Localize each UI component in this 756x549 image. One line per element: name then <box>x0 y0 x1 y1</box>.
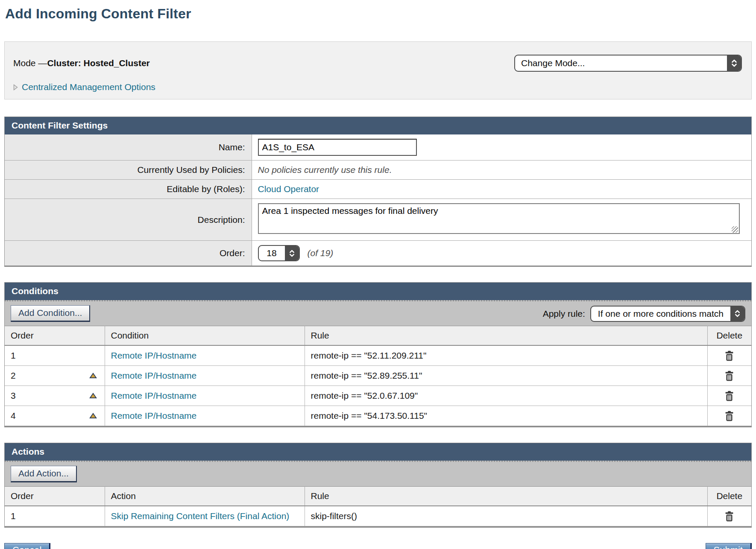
condition-cell: Remote IP/Hostname <box>105 365 305 385</box>
action-cell: Skip Remaining Content Filters (Final Ac… <box>105 506 305 526</box>
actions-toolbar: Add Action... <box>5 461 751 486</box>
cancel-button[interactable]: Cancel <box>4 543 50 549</box>
add-condition-button[interactable]: Add Condition... <box>11 305 90 322</box>
name-row: Name: <box>5 134 751 161</box>
apply-rule-select-value: If one or more conditions match <box>591 307 730 321</box>
condition-cell: Remote IP/Hostname <box>105 345 305 365</box>
mode-value: Cluster: Hosted_Cluster <box>47 58 149 68</box>
apply-rule-select[interactable]: If one or more conditions match <box>590 306 745 322</box>
policies-value-cell: No policies currently use this rule. <box>252 161 751 180</box>
trash-icon[interactable] <box>724 371 734 381</box>
condition-cell: Remote IP/Hostname <box>105 385 305 406</box>
description-textarea[interactable]: Area 1 inspected messages for final deli… <box>258 203 740 234</box>
trash-icon[interactable] <box>724 411 734 421</box>
submit-button[interactable]: Submit <box>706 543 752 549</box>
move-up-icon[interactable] <box>88 373 99 379</box>
condition-link[interactable]: Remote IP/Hostname <box>111 371 197 380</box>
management-options-row: Centralized Management Options <box>13 82 742 92</box>
conditions-col-order: Order <box>5 326 105 346</box>
condition-order: 1 <box>11 350 16 361</box>
action-order-cell: 1 <box>5 506 105 526</box>
disclosure-triangle-icon[interactable] <box>13 84 18 91</box>
condition-link[interactable]: Remote IP/Hostname <box>111 350 197 360</box>
actions-table-body: 1Skip Remaining Content Filters (Final A… <box>5 506 751 526</box>
condition-rule-cell: remote-ip == "52.11.209.211" <box>305 345 707 365</box>
select-arrows-icon <box>285 246 299 260</box>
select-arrows-icon <box>730 307 744 321</box>
name-value-cell <box>252 134 751 161</box>
conditions-table-body: 1Remote IP/Hostnameremote-ip == "52.11.2… <box>5 345 751 426</box>
action-link[interactable]: Skip Remaining Content Filters (Final Ac… <box>111 511 290 521</box>
description-label: Description: <box>5 199 252 241</box>
page-title: Add Incoming Content Filter <box>5 6 752 22</box>
trash-icon[interactable] <box>724 511 734 522</box>
settings-table: Name: Currently Used by Policies: No pol… <box>5 134 751 266</box>
action-row: 1Skip Remaining Content Filters (Final A… <box>5 506 751 526</box>
action-rule: skip-filters() <box>311 511 357 521</box>
move-up-icon[interactable] <box>88 393 99 399</box>
select-arrows-icon <box>727 55 741 71</box>
trash-icon[interactable] <box>724 391 734 401</box>
description-value-cell: Area 1 inspected messages for final deli… <box>252 199 751 241</box>
conditions-toolbar: Add Condition... Apply rule: If one or m… <box>5 300 751 326</box>
mode-label: Mode — <box>13 58 47 68</box>
change-mode-select[interactable]: Change Mode... <box>514 55 742 72</box>
footer-bar: Cancel Submit <box>4 543 752 549</box>
action-rule-cell: skip-filters() <box>305 506 707 526</box>
condition-row: 2Remote IP/Hostnameremote-ip == "52.89.2… <box>5 365 751 385</box>
condition-rule: remote-ip == "52.0.67.109" <box>311 391 418 400</box>
change-mode-select-value: Change Mode... <box>515 55 727 71</box>
name-label: Name: <box>5 134 252 161</box>
order-select[interactable]: 18 <box>258 245 300 261</box>
actions-col-order: Order <box>5 486 105 506</box>
action-delete-cell <box>707 506 751 526</box>
condition-row: 4Remote IP/Hostnameremote-ip == "54.173.… <box>5 406 751 426</box>
order-select-value: 18 <box>259 246 285 260</box>
condition-rule: remote-ip == "54.173.50.115" <box>311 411 428 421</box>
condition-order-cell: 3 <box>5 385 105 406</box>
condition-delete-cell <box>707 385 751 406</box>
roles-label: Editable by (Roles): <box>5 180 252 199</box>
condition-row: 1Remote IP/Hostnameremote-ip == "52.11.2… <box>5 345 751 365</box>
condition-order-cell: 2 <box>5 365 105 385</box>
actions-table-header-row: Order Action Rule Delete <box>5 486 751 506</box>
condition-link[interactable]: Remote IP/Hostname <box>111 411 197 421</box>
conditions-col-rule: Rule <box>305 326 707 346</box>
conditions-panel-header: Conditions <box>5 283 751 300</box>
condition-delete-cell <box>707 365 751 385</box>
condition-rule: remote-ip == "52.89.255.11" <box>311 371 422 380</box>
management-options-link[interactable]: Centralized Management Options <box>22 82 155 92</box>
conditions-table-header-row: Order Condition Rule Delete <box>5 326 751 346</box>
name-input[interactable] <box>258 139 417 156</box>
page: Add Incoming Content Filter Mode —Cluste… <box>0 0 756 549</box>
policies-value: No policies currently use this rule. <box>258 165 392 175</box>
condition-cell: Remote IP/Hostname <box>105 406 305 426</box>
condition-row: 3Remote IP/Hostnameremote-ip == "52.0.67… <box>5 385 751 406</box>
conditions-col-condition: Condition <box>105 326 305 346</box>
condition-order-cell: 4 <box>5 406 105 426</box>
order-label: Order: <box>5 241 252 266</box>
conditions-panel: Conditions Add Condition... Apply rule: … <box>4 282 752 427</box>
actions-col-delete: Delete <box>707 486 751 506</box>
move-up-icon[interactable] <box>88 413 99 419</box>
condition-order: 3 <box>11 391 16 401</box>
condition-order-cell: 1 <box>5 345 105 365</box>
apply-rule-label: Apply rule: <box>543 309 585 319</box>
actions-table: Order Action Rule Delete 1Skip Remaining… <box>5 486 751 526</box>
order-value-cell: 18 (of 19) <box>252 241 751 266</box>
order-row: Order: 18 (of 19) <box>5 241 751 266</box>
condition-link[interactable]: Remote IP/Hostname <box>111 391 197 400</box>
add-action-button[interactable]: Add Action... <box>11 466 77 482</box>
roles-value-cell: Cloud Operator <box>252 180 751 199</box>
policies-label: Currently Used by Policies: <box>5 161 252 180</box>
actions-panel-header: Actions <box>5 443 751 461</box>
mode-box: Mode —Cluster: Hosted_Cluster Change Mod… <box>4 41 752 99</box>
condition-delete-cell <box>707 345 751 365</box>
trash-icon[interactable] <box>724 350 734 361</box>
action-order: 1 <box>11 511 16 521</box>
actions-panel: Actions Add Action... Order Action Rule … <box>4 443 752 528</box>
condition-rule: remote-ip == "52.11.209.211" <box>311 350 427 360</box>
roles-link[interactable]: Cloud Operator <box>258 184 319 194</box>
condition-delete-cell <box>707 406 751 426</box>
mode-row: Mode —Cluster: Hosted_Cluster Change Mod… <box>13 55 742 72</box>
